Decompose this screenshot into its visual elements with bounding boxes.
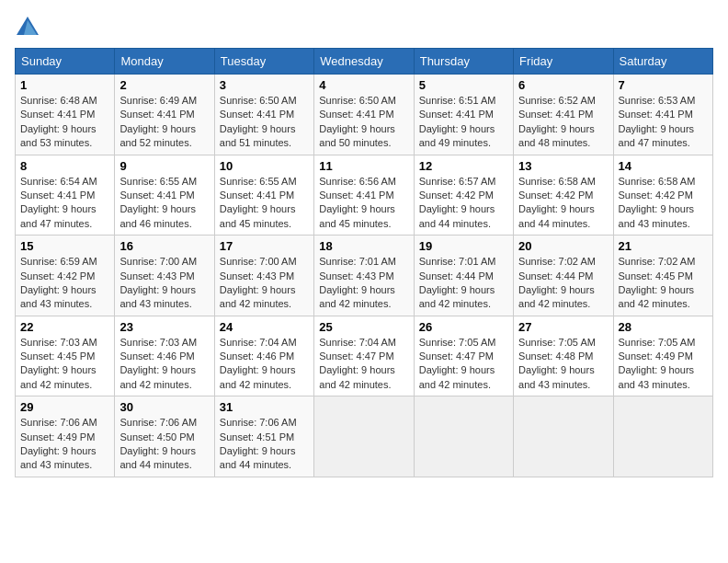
- day-number: 30: [119, 400, 209, 414]
- calendar-cell: 12Sunrise: 6:57 AMSunset: 4:42 PMDayligh…: [414, 155, 513, 236]
- daylight-minutes-label: and 52 minutes.: [119, 136, 209, 150]
- sunrise-line: Sunrise: 6:50 AM: [220, 94, 309, 108]
- daylight-hours-label: Daylight: 9 hours: [220, 363, 309, 377]
- day-number: 25: [319, 320, 408, 334]
- daylight-minutes-label: and 44 minutes.: [419, 217, 508, 231]
- daylight-hours-label: Daylight: 9 hours: [619, 363, 708, 377]
- sunrise-line: Sunrise: 6:55 AM: [119, 175, 209, 189]
- sunset-line: Sunset: 4:43 PM: [319, 270, 408, 283]
- sunset-line: Sunset: 4:44 PM: [518, 270, 608, 283]
- calendar-cell: 11Sunrise: 6:56 AMSunset: 4:41 PMDayligh…: [314, 155, 414, 236]
- day-number: 19: [419, 239, 508, 253]
- sunrise-line: Sunrise: 7:06 AM: [119, 416, 209, 430]
- calendar-cell: 6Sunrise: 6:52 AMSunset: 4:41 PMDaylight…: [514, 75, 613, 155]
- calendar-cell: 25Sunrise: 7:04 AMSunset: 4:47 PMDayligh…: [314, 316, 414, 396]
- sunset-line: Sunset: 4:41 PM: [220, 108, 309, 121]
- calendar-week-row: 22Sunrise: 7:03 AMSunset: 4:45 PMDayligh…: [16, 316, 713, 396]
- day-number: 18: [319, 239, 408, 253]
- sunset-line: Sunset: 4:42 PM: [419, 189, 508, 202]
- calendar-cell: 30Sunrise: 7:06 AMSunset: 4:50 PMDayligh…: [115, 396, 214, 477]
- sunrise-line: Sunrise: 7:03 AM: [119, 336, 209, 350]
- sunset-line: Sunset: 4:49 PM: [619, 350, 708, 363]
- calendar-cell: 26Sunrise: 7:05 AMSunset: 4:47 PMDayligh…: [414, 316, 513, 396]
- daylight-minutes-label: and 48 minutes.: [518, 136, 608, 150]
- sunset-line: Sunset: 4:50 PM: [119, 431, 209, 444]
- calendar-cell: 19Sunrise: 7:01 AMSunset: 4:44 PMDayligh…: [414, 236, 513, 316]
- daylight-minutes-label: and 42 minutes.: [319, 378, 408, 392]
- sunrise-line: Sunrise: 6:48 AM: [20, 94, 109, 108]
- weekday-header: Monday: [115, 49, 214, 75]
- daylight-minutes-label: and 43 minutes.: [20, 458, 109, 472]
- sunrise-line: Sunrise: 7:05 AM: [619, 336, 708, 350]
- calendar-cell: 3Sunrise: 6:50 AMSunset: 4:41 PMDaylight…: [214, 75, 313, 155]
- daylight-hours-label: Daylight: 9 hours: [119, 444, 209, 458]
- calendar-week-row: 15Sunrise: 6:59 AMSunset: 4:42 PMDayligh…: [16, 236, 713, 316]
- daylight-minutes-label: and 42 minutes.: [20, 378, 109, 392]
- sunset-line: Sunset: 4:41 PM: [319, 189, 408, 202]
- day-number: 13: [518, 159, 608, 173]
- sunrise-line: Sunrise: 6:52 AM: [518, 94, 608, 108]
- calendar-cell: 29Sunrise: 7:06 AMSunset: 4:49 PMDayligh…: [16, 396, 115, 477]
- day-number: 23: [119, 320, 209, 334]
- sunset-line: Sunset: 4:42 PM: [518, 189, 608, 202]
- daylight-minutes-label: and 47 minutes.: [619, 136, 708, 150]
- sunrise-line: Sunrise: 7:05 AM: [419, 336, 508, 350]
- daylight-hours-label: Daylight: 9 hours: [20, 202, 109, 216]
- calendar-cell: 10Sunrise: 6:55 AMSunset: 4:41 PMDayligh…: [214, 155, 313, 236]
- sunrise-line: Sunrise: 6:58 AM: [619, 175, 708, 189]
- sunset-line: Sunset: 4:42 PM: [20, 270, 109, 283]
- sunrise-line: Sunrise: 7:02 AM: [619, 255, 708, 269]
- daylight-minutes-label: and 42 minutes.: [119, 378, 209, 392]
- calendar-cell: 5Sunrise: 6:51 AMSunset: 4:41 PMDaylight…: [414, 75, 513, 155]
- sunset-line: Sunset: 4:47 PM: [419, 350, 508, 363]
- daylight-minutes-label: and 42 minutes.: [518, 297, 608, 311]
- sunrise-line: Sunrise: 6:53 AM: [619, 94, 708, 108]
- day-number: 9: [119, 159, 209, 173]
- sunrise-line: Sunrise: 7:05 AM: [518, 336, 608, 350]
- calendar-cell: 21Sunrise: 7:02 AMSunset: 4:45 PMDayligh…: [613, 236, 712, 316]
- daylight-minutes-label: and 49 minutes.: [419, 136, 508, 150]
- day-number: 2: [119, 78, 209, 92]
- daylight-hours-label: Daylight: 9 hours: [319, 283, 408, 297]
- day-number: 21: [619, 239, 708, 253]
- calendar-cell: [314, 396, 414, 477]
- calendar-cell: 1Sunrise: 6:48 AMSunset: 4:41 PMDaylight…: [16, 75, 115, 155]
- sunset-line: Sunset: 4:43 PM: [220, 270, 309, 283]
- sunset-line: Sunset: 4:44 PM: [419, 270, 508, 283]
- daylight-hours-label: Daylight: 9 hours: [619, 122, 708, 136]
- daylight-hours-label: Daylight: 9 hours: [518, 283, 608, 297]
- day-number: 7: [619, 78, 708, 92]
- calendar-cell: 23Sunrise: 7:03 AMSunset: 4:46 PMDayligh…: [115, 316, 214, 396]
- daylight-hours-label: Daylight: 9 hours: [419, 283, 508, 297]
- calendar-cell: 14Sunrise: 6:58 AMSunset: 4:42 PMDayligh…: [613, 155, 712, 236]
- day-number: 26: [419, 320, 508, 334]
- sunrise-line: Sunrise: 6:54 AM: [20, 175, 109, 189]
- sunset-line: Sunset: 4:41 PM: [220, 189, 309, 202]
- sunset-line: Sunset: 4:47 PM: [319, 350, 408, 363]
- day-number: 1: [20, 78, 109, 92]
- sunset-line: Sunset: 4:46 PM: [220, 350, 309, 363]
- calendar-cell: 4Sunrise: 6:50 AMSunset: 4:41 PMDaylight…: [314, 75, 414, 155]
- day-number: 31: [220, 400, 309, 414]
- daylight-minutes-label: and 43 minutes.: [518, 378, 608, 392]
- day-number: 11: [319, 159, 408, 173]
- sunset-line: Sunset: 4:51 PM: [220, 431, 309, 444]
- sunrise-line: Sunrise: 7:06 AM: [20, 416, 109, 430]
- daylight-minutes-label: and 46 minutes.: [119, 217, 209, 231]
- sunrise-line: Sunrise: 6:55 AM: [220, 175, 309, 189]
- day-number: 14: [619, 159, 708, 173]
- sunrise-line: Sunrise: 7:02 AM: [518, 255, 608, 269]
- logo-icon: [15, 15, 40, 40]
- daylight-hours-label: Daylight: 9 hours: [518, 122, 608, 136]
- calendar-week-row: 1Sunrise: 6:48 AMSunset: 4:41 PMDaylight…: [16, 75, 713, 155]
- day-number: 29: [20, 400, 109, 414]
- daylight-minutes-label: and 43 minutes.: [119, 297, 209, 311]
- daylight-hours-label: Daylight: 9 hours: [220, 283, 309, 297]
- daylight-minutes-label: and 43 minutes.: [619, 217, 708, 231]
- sunset-line: Sunset: 4:41 PM: [119, 189, 209, 202]
- sunrise-line: Sunrise: 7:04 AM: [220, 336, 309, 350]
- day-number: 17: [220, 239, 309, 253]
- daylight-hours-label: Daylight: 9 hours: [220, 122, 309, 136]
- daylight-hours-label: Daylight: 9 hours: [319, 202, 408, 216]
- sunrise-line: Sunrise: 6:51 AM: [419, 94, 508, 108]
